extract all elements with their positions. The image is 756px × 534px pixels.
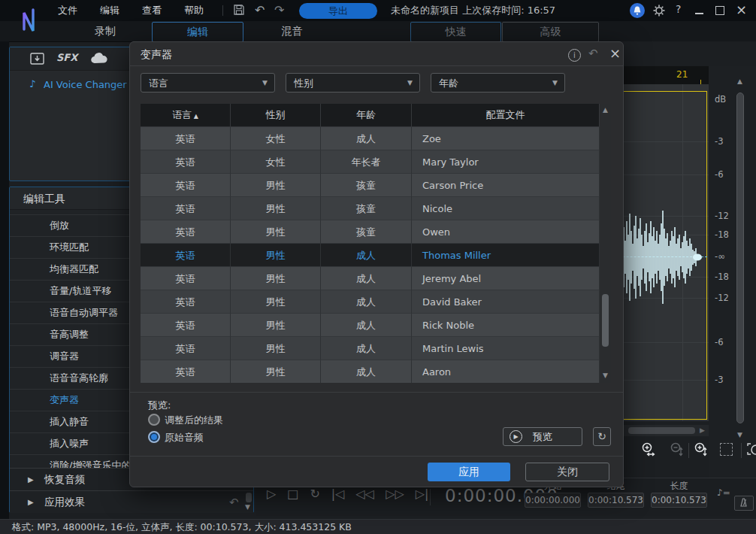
table-body: 英语女性成人Zoe英语女性年长者Mary Taylor英语男性孩童Carson … <box>141 126 611 383</box>
age-filter-dropdown[interactable]: 年龄▼ <box>431 73 565 93</box>
profile-cell: Zoe <box>412 126 600 150</box>
scroll-up-icon[interactable]: ▲ <box>737 77 742 85</box>
menu-item-查看[interactable]: 查看 <box>131 0 173 21</box>
tab-edit[interactable]: 编辑 <box>152 22 243 42</box>
close-button[interactable]: 关闭 <box>525 463 609 481</box>
skip-end-button[interactable]: ▷| <box>416 487 429 501</box>
apply-button[interactable]: 应用 <box>428 463 510 481</box>
loop-button[interactable]: ↻ <box>310 487 319 501</box>
age-cell: 孩童 <box>321 173 412 196</box>
menu-item-文件[interactable]: 文件 <box>47 0 89 21</box>
marquee-select-icon[interactable] <box>720 443 733 456</box>
tab-quick[interactable]: 快速 <box>410 22 501 42</box>
voice-profile-row[interactable]: 英语男性孩童Owen <box>141 220 611 243</box>
export-button[interactable]: 导出 <box>299 3 377 19</box>
scrollbar-thumb[interactable] <box>602 294 609 347</box>
scroll-down-icon[interactable]: ▼ <box>245 503 250 511</box>
minimize-button[interactable] <box>695 13 703 14</box>
voice-profile-row[interactable]: 英语男性成人Martin Lewis <box>141 336 611 360</box>
skip-start-button[interactable]: |◁ <box>331 487 345 501</box>
undo-icon[interactable]: ↶ <box>588 47 598 60</box>
divider <box>130 392 623 393</box>
gender-cell: 男性 <box>231 243 321 266</box>
tab-record[interactable]: 录制 <box>45 21 165 41</box>
scrollbar-thumb[interactable] <box>628 427 695 434</box>
zoom-out-vertical-icon[interactable] <box>669 441 685 461</box>
scrollbar-thumb[interactable] <box>246 493 252 502</box>
voice-profile-row[interactable]: 英语男性成人Aaron <box>141 360 611 383</box>
voice-profile-row[interactable]: 英语女性成人Zoe <box>141 126 611 150</box>
age-cell: 孩童 <box>321 220 412 243</box>
zoom-in-horizontal-icon[interactable] <box>640 441 657 461</box>
language-cell: 英语 <box>141 220 231 243</box>
voice-profile-row[interactable]: 英语男性成人David Baker <box>141 290 611 313</box>
tab-advanced[interactable]: 高级 <box>502 22 599 42</box>
settings-gear-icon[interactable] <box>652 4 666 20</box>
reset-preview-button[interactable]: ↻ <box>593 427 611 446</box>
column-header-1[interactable]: 性别 <box>231 104 321 126</box>
zoom-to-selection-icon[interactable] <box>746 441 756 461</box>
column-header-2[interactable]: 年龄 <box>321 104 412 126</box>
fast-forward-button[interactable]: ▷▷ <box>386 487 404 501</box>
scrollbar-thumb[interactable] <box>736 93 744 423</box>
info-icon[interactable]: i <box>568 49 581 62</box>
profile-cell: Owen <box>412 220 600 243</box>
db-ruler: dB-3-6-12-18-∞-18-12-6-3 <box>709 66 756 478</box>
profile-cell: Nicole <box>412 196 600 220</box>
menu-item-编辑[interactable]: 编辑 <box>89 0 131 21</box>
voice-profile-row[interactable]: 英语男性成人Thomas Miller <box>141 243 611 266</box>
window-close-button[interactable]: × <box>736 2 747 17</box>
radio-button[interactable] <box>148 431 160 443</box>
end-field-value[interactable]: 0:00:10.573 <box>588 493 644 508</box>
notification-bell-icon[interactable] <box>630 3 645 18</box>
table-header-row[interactable]: 语言 ▲性别年龄配置文件 <box>141 104 611 126</box>
rewind-button[interactable]: ◁◁ <box>356 487 375 501</box>
gender-filter-dropdown[interactable]: 性别▼ <box>286 73 420 93</box>
scroll-right-icon[interactable]: ▶ <box>700 426 705 434</box>
scroll-up-icon[interactable]: ▲ <box>603 106 608 114</box>
maximize-button[interactable] <box>715 6 724 15</box>
expand-arrow-icon: ▶ <box>28 475 34 484</box>
section-apply-effects[interactable]: ▶ 应用效果 ↶ ▼ <box>10 490 253 513</box>
voice-profile-row[interactable]: 英语男性孩童Nicole <box>141 196 611 220</box>
scroll-down-icon[interactable]: ▼ <box>603 372 608 379</box>
toolbar-separator <box>222 5 223 16</box>
undo-icon[interactable]: ↶ <box>229 496 239 509</box>
column-header-0[interactable]: 语言 ▲ <box>141 104 231 126</box>
undo-icon[interactable]: ↶ <box>255 4 265 17</box>
age-cell: 成人 <box>321 126 412 150</box>
zoom-in-vertical-icon[interactable] <box>693 441 709 461</box>
radio-button[interactable] <box>148 414 160 426</box>
help-icon[interactable]: ? <box>676 3 681 15</box>
language-cell: 英语 <box>141 266 231 290</box>
dialog-close-icon[interactable]: × <box>609 45 621 61</box>
age-cell: 年长者 <box>321 150 412 173</box>
start-field-value[interactable]: 0:00:00.000 <box>525 493 581 508</box>
voice-profile-row[interactable]: 英语女性年长者Mary Taylor <box>141 150 611 173</box>
cloud-icon[interactable] <box>89 53 109 68</box>
redo-icon[interactable]: ↷ <box>274 4 284 17</box>
profile-cell: Rick Noble <box>412 313 600 336</box>
menu-item-帮助[interactable]: 帮助 <box>173 0 215 21</box>
length-field-value[interactable]: 0:00:10.573 <box>651 493 707 508</box>
preview-button[interactable]: 预览 ▶ <box>503 427 582 446</box>
scroll-down-icon[interactable]: ▼ <box>737 431 742 438</box>
play-button[interactable]: ▷ <box>267 487 276 501</box>
vertical-scrollbar[interactable]: ▲ ▼ <box>734 77 746 446</box>
sidebar-scrollbar[interactable]: ▼ <box>245 493 253 512</box>
timeline-marker: 21 <box>676 69 688 80</box>
language-filter-dropdown[interactable]: 语言▼ <box>141 73 275 93</box>
gender-cell: 男性 <box>231 336 321 360</box>
metronome-toggle[interactable] <box>734 496 754 511</box>
save-icon[interactable] <box>233 4 245 19</box>
sfx-library-icon[interactable]: SFX <box>56 52 77 63</box>
dialog-title: 变声器 <box>141 48 172 62</box>
voice-profile-row[interactable]: 英语男性成人Jeremy Abel <box>141 266 611 290</box>
voice-profile-row[interactable]: 英语男性孩童Carson Price <box>141 173 611 196</box>
table-scrollbar[interactable]: ▲ ▼ <box>600 104 611 383</box>
import-file-icon[interactable] <box>29 51 46 69</box>
tab-mix[interactable]: 混音 <box>242 21 342 41</box>
column-header-3[interactable]: 配置文件 <box>412 104 600 126</box>
voice-profile-row[interactable]: 英语男性成人Rick Noble <box>141 313 611 336</box>
stop-button[interactable]: □ <box>287 487 298 501</box>
